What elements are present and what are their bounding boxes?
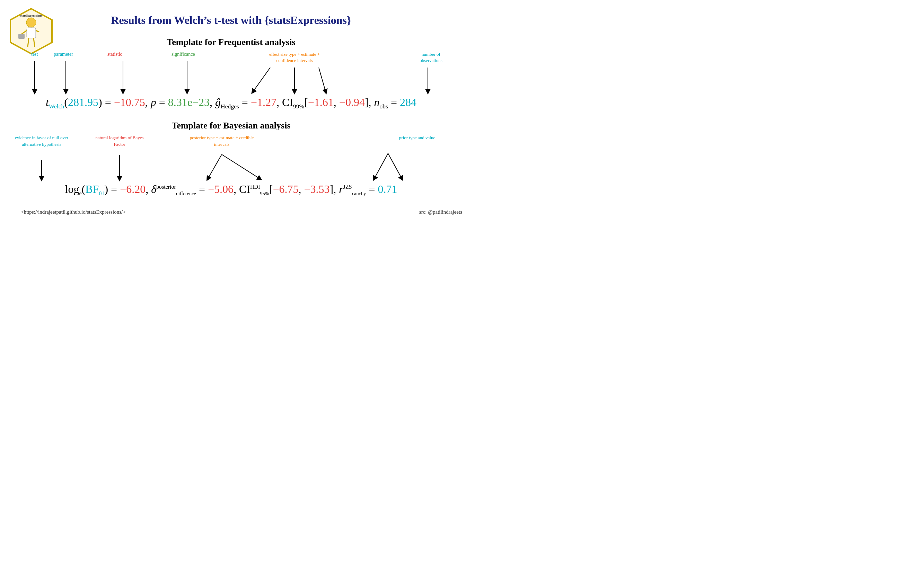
svg-line-21 xyxy=(208,154,222,179)
bayes-label-evidence: evidence in favor of null over alternati… xyxy=(14,134,69,147)
freq-formula: tWelch(281.95) = −10.75, p = 8.31e−23, ĝ… xyxy=(0,96,462,110)
freq-label-significance: significance xyxy=(172,51,195,57)
freq-label-test: test xyxy=(31,51,38,57)
freq-label-effect-size: effect size type + estimate + confidence… xyxy=(260,51,329,64)
svg-text:statsExpressions: statsExpressions xyxy=(20,14,42,17)
main-title: Results from Welch’s t-test with {statsE… xyxy=(0,0,462,34)
svg-line-22 xyxy=(222,154,260,179)
svg-rect-2 xyxy=(27,28,36,38)
footer-link: <https://indrajeetpatil.github.io/statsE… xyxy=(21,209,126,215)
freq-label-parameter: parameter xyxy=(54,51,73,57)
svg-point-1 xyxy=(26,18,36,27)
svg-line-16 xyxy=(319,67,326,92)
freq-label-nobs: number of observations xyxy=(410,51,452,64)
bayes-section-title: Template for Bayesian analysis xyxy=(0,121,462,131)
footer: <https://indrajeetpatil.github.io/statsE… xyxy=(10,206,462,219)
freq-arrows-svg xyxy=(0,51,462,96)
bayes-label-logbf: natural logarithm of Bayes Factor xyxy=(93,134,146,147)
svg-line-23 xyxy=(374,154,388,179)
bayes-formula: loge(BF01) = −6.20, δposteriordifference… xyxy=(0,183,462,197)
freq-section-title: Template for Frequentist analysis xyxy=(0,37,462,47)
footer-credit: src: @patilindrajeets xyxy=(419,209,462,215)
svg-line-24 xyxy=(388,154,402,179)
freq-label-statistic: statistic xyxy=(107,51,122,57)
bayes-label-prior: prior type and value xyxy=(393,134,441,141)
frequentist-section: Template for Frequentist analysis test p… xyxy=(0,37,462,110)
svg-line-14 xyxy=(253,67,270,92)
bayesian-section: Template for Bayesian analysis evidence … xyxy=(0,121,462,197)
bayes-label-posterior: posterior type + estimate + credible int… xyxy=(187,134,256,147)
